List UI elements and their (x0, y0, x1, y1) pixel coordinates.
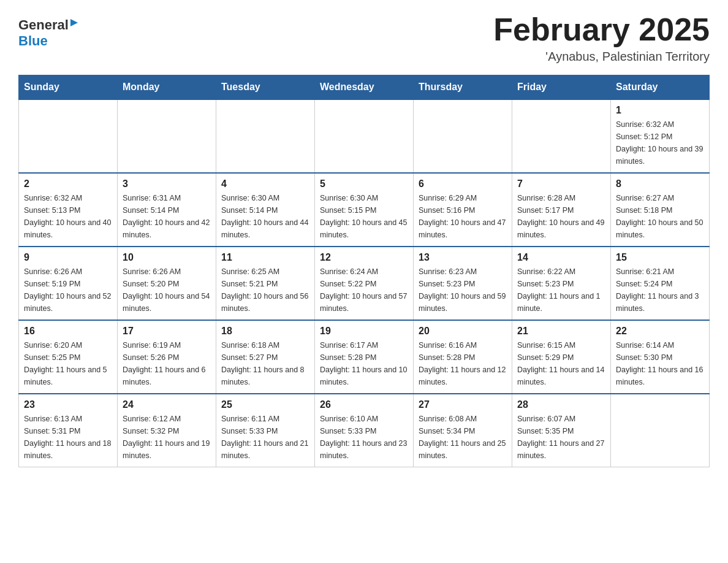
day-info: Sunrise: 6:07 AM Sunset: 5:35 PM Dayligh… (517, 413, 605, 462)
day-number: 25 (221, 399, 309, 410)
day-info: Sunrise: 6:10 AM Sunset: 5:33 PM Dayligh… (320, 413, 408, 462)
calendar-cell: 8Sunrise: 6:27 AM Sunset: 5:18 PM Daylig… (611, 173, 710, 247)
calendar-header-saturday: Saturday (611, 75, 710, 100)
calendar-cell: 25Sunrise: 6:11 AM Sunset: 5:33 PM Dayli… (216, 394, 315, 467)
calendar-cell: 16Sunrise: 6:20 AM Sunset: 5:25 PM Dayli… (19, 320, 118, 394)
calendar-week-5: 23Sunrise: 6:13 AM Sunset: 5:31 PM Dayli… (19, 394, 710, 467)
day-info: Sunrise: 6:17 AM Sunset: 5:28 PM Dayligh… (320, 339, 408, 388)
day-info: Sunrise: 6:20 AM Sunset: 5:25 PM Dayligh… (24, 339, 112, 388)
day-number: 3 (123, 178, 211, 190)
calendar-cell: 7Sunrise: 6:28 AM Sunset: 5:17 PM Daylig… (512, 173, 611, 247)
day-number: 27 (419, 399, 507, 410)
day-info: Sunrise: 6:30 AM Sunset: 5:14 PM Dayligh… (221, 192, 309, 241)
calendar-cell: 12Sunrise: 6:24 AM Sunset: 5:22 PM Dayli… (315, 247, 414, 320)
calendar-cell: 6Sunrise: 6:29 AM Sunset: 5:16 PM Daylig… (414, 173, 512, 247)
calendar-cell: 10Sunrise: 6:26 AM Sunset: 5:20 PM Dayli… (118, 247, 216, 320)
title-block: February 2025 'Aynabus, Palestinian Terr… (493, 12, 710, 64)
day-info: Sunrise: 6:21 AM Sunset: 5:24 PM Dayligh… (616, 266, 704, 315)
calendar-header-row: SundayMondayTuesdayWednesdayThursdayFrid… (19, 75, 710, 100)
day-info: Sunrise: 6:26 AM Sunset: 5:19 PM Dayligh… (24, 266, 112, 315)
logo-general-text: General (18, 17, 69, 33)
calendar-cell: 15Sunrise: 6:21 AM Sunset: 5:24 PM Dayli… (611, 247, 710, 320)
day-number: 19 (320, 326, 408, 337)
day-info: Sunrise: 6:13 AM Sunset: 5:31 PM Dayligh… (24, 413, 112, 462)
logo-triangle-icon (69, 18, 79, 30)
calendar-cell: 4Sunrise: 6:30 AM Sunset: 5:14 PM Daylig… (216, 173, 315, 247)
day-number: 1 (616, 105, 704, 116)
calendar-cell: 28Sunrise: 6:07 AM Sunset: 5:35 PM Dayli… (512, 394, 611, 467)
calendar-cell: 23Sunrise: 6:13 AM Sunset: 5:31 PM Dayli… (19, 394, 118, 467)
calendar-cell: 3Sunrise: 6:31 AM Sunset: 5:14 PM Daylig… (118, 173, 216, 247)
day-info: Sunrise: 6:29 AM Sunset: 5:16 PM Dayligh… (419, 192, 507, 241)
month-title: February 2025 (493, 12, 710, 47)
calendar-week-4: 16Sunrise: 6:20 AM Sunset: 5:25 PM Dayli… (19, 320, 710, 394)
calendar-cell (216, 99, 315, 173)
day-number: 16 (24, 326, 112, 337)
calendar-cell: 18Sunrise: 6:18 AM Sunset: 5:27 PM Dayli… (216, 320, 315, 394)
day-info: Sunrise: 6:23 AM Sunset: 5:23 PM Dayligh… (419, 266, 507, 315)
calendar-header-sunday: Sunday (19, 75, 118, 100)
calendar-cell (414, 99, 512, 173)
calendar-cell: 14Sunrise: 6:22 AM Sunset: 5:23 PM Dayli… (512, 247, 611, 320)
calendar-cell: 26Sunrise: 6:10 AM Sunset: 5:33 PM Dayli… (315, 394, 414, 467)
calendar-header-friday: Friday (512, 75, 611, 100)
day-number: 8 (616, 178, 704, 190)
calendar-cell: 20Sunrise: 6:16 AM Sunset: 5:28 PM Dayli… (414, 320, 512, 394)
day-info: Sunrise: 6:14 AM Sunset: 5:30 PM Dayligh… (616, 339, 704, 388)
day-info: Sunrise: 6:32 AM Sunset: 5:13 PM Dayligh… (24, 192, 112, 241)
calendar-header-thursday: Thursday (414, 75, 512, 100)
day-number: 4 (221, 178, 309, 190)
day-number: 13 (419, 252, 507, 263)
day-info: Sunrise: 6:32 AM Sunset: 5:12 PM Dayligh… (616, 118, 704, 167)
calendar-header-monday: Monday (118, 75, 216, 100)
calendar-cell: 11Sunrise: 6:25 AM Sunset: 5:21 PM Dayli… (216, 247, 315, 320)
day-info: Sunrise: 6:18 AM Sunset: 5:27 PM Dayligh… (221, 339, 309, 388)
calendar-cell: 22Sunrise: 6:14 AM Sunset: 5:30 PM Dayli… (611, 320, 710, 394)
location-subtitle: 'Aynabus, Palestinian Territory (493, 50, 710, 64)
day-number: 17 (123, 326, 211, 337)
day-number: 11 (221, 252, 309, 263)
day-info: Sunrise: 6:11 AM Sunset: 5:33 PM Dayligh… (221, 413, 309, 462)
day-number: 21 (517, 326, 605, 337)
calendar-header-tuesday: Tuesday (216, 75, 315, 100)
logo: General Blue (18, 12, 79, 49)
svg-marker-0 (70, 19, 78, 26)
day-info: Sunrise: 6:15 AM Sunset: 5:29 PM Dayligh… (517, 339, 605, 388)
calendar-cell (118, 99, 216, 173)
calendar-week-1: 1Sunrise: 6:32 AM Sunset: 5:12 PM Daylig… (19, 99, 710, 173)
day-number: 7 (517, 178, 605, 190)
day-info: Sunrise: 6:26 AM Sunset: 5:20 PM Dayligh… (123, 266, 211, 315)
calendar-cell: 27Sunrise: 6:08 AM Sunset: 5:34 PM Dayli… (414, 394, 512, 467)
day-number: 5 (320, 178, 408, 190)
day-number: 12 (320, 252, 408, 263)
calendar-table: SundayMondayTuesdayWednesdayThursdayFrid… (18, 75, 710, 467)
calendar-cell: 9Sunrise: 6:26 AM Sunset: 5:19 PM Daylig… (19, 247, 118, 320)
day-info: Sunrise: 6:31 AM Sunset: 5:14 PM Dayligh… (123, 192, 211, 241)
day-info: Sunrise: 6:16 AM Sunset: 5:28 PM Dayligh… (419, 339, 507, 388)
day-number: 28 (517, 399, 605, 410)
calendar-header-wednesday: Wednesday (315, 75, 414, 100)
day-info: Sunrise: 6:28 AM Sunset: 5:17 PM Dayligh… (517, 192, 605, 241)
day-info: Sunrise: 6:30 AM Sunset: 5:15 PM Dayligh… (320, 192, 408, 241)
day-number: 14 (517, 252, 605, 263)
page-header: General Blue February 2025 'Aynabus, Pal… (18, 12, 710, 64)
day-number: 9 (24, 252, 112, 263)
day-info: Sunrise: 6:12 AM Sunset: 5:32 PM Dayligh… (123, 413, 211, 462)
calendar-cell (315, 99, 414, 173)
calendar-cell: 1Sunrise: 6:32 AM Sunset: 5:12 PM Daylig… (611, 99, 710, 173)
calendar-cell: 13Sunrise: 6:23 AM Sunset: 5:23 PM Dayli… (414, 247, 512, 320)
day-number: 20 (419, 326, 507, 337)
day-number: 10 (123, 252, 211, 263)
calendar-cell: 17Sunrise: 6:19 AM Sunset: 5:26 PM Dayli… (118, 320, 216, 394)
day-number: 22 (616, 326, 704, 337)
day-number: 15 (616, 252, 704, 263)
calendar-cell (611, 394, 710, 467)
day-number: 23 (24, 399, 112, 410)
day-info: Sunrise: 6:19 AM Sunset: 5:26 PM Dayligh… (123, 339, 211, 388)
calendar-cell: 21Sunrise: 6:15 AM Sunset: 5:29 PM Dayli… (512, 320, 611, 394)
calendar-week-2: 2Sunrise: 6:32 AM Sunset: 5:13 PM Daylig… (19, 173, 710, 247)
day-number: 26 (320, 399, 408, 410)
day-info: Sunrise: 6:24 AM Sunset: 5:22 PM Dayligh… (320, 266, 408, 315)
day-number: 6 (419, 178, 507, 190)
calendar-cell (19, 99, 118, 173)
